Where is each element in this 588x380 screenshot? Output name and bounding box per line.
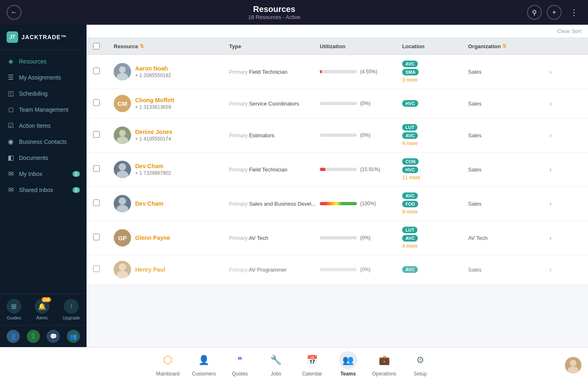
sidebar-item-label: Documents xyxy=(19,155,48,161)
chat-icon[interactable]: 💬 xyxy=(47,330,60,343)
loc-more[interactable]: 3 more xyxy=(402,77,468,83)
row-select-checkbox[interactable] xyxy=(93,165,100,172)
user-avatar[interactable] xyxy=(565,357,581,373)
sidebar-item-action-items[interactable]: ☑ Action Items xyxy=(0,117,87,134)
resource-info: Aaron Noah + 1 2085550182 xyxy=(135,65,171,78)
assignments-icon: ☰ xyxy=(7,73,15,81)
select-all-checkbox[interactable] xyxy=(93,43,100,49)
shared-inbox-icon: ✉ xyxy=(7,186,15,194)
svg-point-13 xyxy=(119,263,126,271)
tab-operations[interactable]: 💼 Operations xyxy=(366,348,403,380)
guides-button[interactable]: ⊞ Guides xyxy=(7,299,21,320)
add-button[interactable]: + xyxy=(547,5,562,20)
sidebar-item-scheduling[interactable]: ◫ Scheduling xyxy=(0,85,87,101)
row-expand-button[interactable]: › xyxy=(549,131,552,140)
avatar-image xyxy=(114,261,131,278)
sidebar-item-label: Team Management xyxy=(19,106,68,113)
tab-label: Operations xyxy=(372,371,396,377)
resource-sort-icon[interactable]: ⇅ xyxy=(140,43,144,49)
alerts-button[interactable]: 🔔 268 Alerts xyxy=(35,299,49,320)
type-cell: Primary Sales and Business Devel... xyxy=(229,201,320,207)
org-sort-icon[interactable]: ⇅ xyxy=(502,43,506,49)
resource-name[interactable]: Henry Paul xyxy=(135,266,165,273)
row-select-checkbox[interactable] xyxy=(93,234,100,240)
sidebar-item-my-inbox[interactable]: ✉ My Inbox β xyxy=(0,166,87,182)
svg-point-7 xyxy=(119,163,126,171)
sidebar-item-business-contacts[interactable]: ◉ Business Contacts xyxy=(0,134,87,150)
row-expand-button[interactable]: › xyxy=(549,99,552,108)
loc-more[interactable]: 4 more xyxy=(402,141,468,146)
sidebar-item-resources[interactable]: ◈ Resources xyxy=(0,53,87,69)
row-select-checkbox[interactable] xyxy=(93,265,100,272)
resource-name[interactable]: Dev Cham xyxy=(135,163,171,169)
row-expand-button[interactable]: › xyxy=(549,68,552,76)
group-icon[interactable]: 👥 xyxy=(67,330,80,343)
row-select-checkbox[interactable] xyxy=(93,68,100,74)
loc-badge: SMA xyxy=(402,69,419,75)
util-cell: (4.55%) xyxy=(320,69,402,75)
util-text: (15.91%) xyxy=(360,167,380,172)
th-utilization: Utilization xyxy=(320,43,402,49)
tab-label: Setup xyxy=(414,371,426,377)
clear-sort-button[interactable]: Clear Sort xyxy=(557,28,581,34)
loc-more[interactable]: 4 more xyxy=(402,243,468,249)
util-bar xyxy=(320,168,357,171)
row-select-checkbox[interactable] xyxy=(93,199,100,206)
row-expand-button[interactable]: › xyxy=(549,199,552,208)
row-select-checkbox[interactable] xyxy=(93,99,100,106)
resource-name[interactable]: Denise Jones xyxy=(135,129,172,135)
chevron-cell: › xyxy=(542,68,559,76)
table-row: GP Glenn Payne Primary AV Tech (0%) xyxy=(87,221,588,255)
org-cell: Sales xyxy=(468,167,542,173)
avatar: CM xyxy=(114,95,131,112)
more-button[interactable]: ⋮ xyxy=(567,5,581,20)
finance-icon[interactable]: 💲 xyxy=(27,330,40,343)
util-fill xyxy=(320,202,357,205)
resource-name[interactable]: Dev Cham xyxy=(135,200,163,207)
tab-customers[interactable]: 👤 Customers xyxy=(186,348,222,380)
back-button[interactable]: ← xyxy=(7,5,21,20)
user-icon[interactable]: 👤 xyxy=(7,330,20,343)
util-bar xyxy=(320,102,357,105)
team-icon: ◻ xyxy=(7,106,15,113)
top-bar: ← Resources 18 Resources - Active ⚲ + ⋮ xyxy=(0,0,588,25)
resource-cell: Dev Cham + 1 7329867902 xyxy=(114,161,229,178)
avatar xyxy=(114,161,131,178)
row-select-checkbox[interactable] xyxy=(93,131,100,138)
org-cell: AV Tech xyxy=(468,235,542,241)
resource-name[interactable]: Glenn Payne xyxy=(135,235,170,241)
sidebar-item-team-management[interactable]: ◻ Team Management xyxy=(0,101,87,117)
jobs-icon: 🔧 xyxy=(267,351,285,369)
sidebar-nav: ◈ Resources ☰ My Assignments ◫ Schedulin… xyxy=(0,50,87,293)
tab-teams[interactable]: 👥 Teams xyxy=(330,348,366,380)
loc-badge: CON xyxy=(402,158,419,165)
sidebar-footer: 👤 💲 💬 👥 xyxy=(0,325,87,347)
row-expand-button[interactable]: › xyxy=(549,165,552,174)
tab-calendar[interactable]: 📅 Calendar xyxy=(294,348,330,380)
sidebar-item-my-assignments[interactable]: ☰ My Assignments xyxy=(0,69,87,85)
resource-name[interactable]: Aaron Noah xyxy=(135,65,171,72)
upgrade-button[interactable]: ↑ Upgrade xyxy=(63,299,80,320)
util-text: (0%) xyxy=(360,132,370,138)
util-cell: (0%) xyxy=(320,235,402,241)
top-bar-left: ← xyxy=(7,5,21,20)
inbox-badge: β xyxy=(73,171,80,177)
resource-name[interactable]: Chong Moffett xyxy=(135,97,174,103)
util-bar xyxy=(320,202,357,205)
loc-badge: HVC xyxy=(402,100,418,107)
tab-jobs[interactable]: 🔧 Jobs xyxy=(258,348,294,380)
svg-point-10 xyxy=(119,197,126,205)
row-expand-button[interactable]: › xyxy=(549,265,552,274)
loc-more[interactable]: 11 more xyxy=(402,175,468,181)
tab-quotes[interactable]: ❝ Quotes xyxy=(222,348,258,380)
search-button[interactable]: ⚲ xyxy=(527,5,542,20)
row-expand-button[interactable]: › xyxy=(549,234,552,242)
chevron-cell: › xyxy=(542,131,559,140)
sidebar-item-documents[interactable]: ◧ Documents xyxy=(0,150,87,166)
sidebar-item-shared-inbox[interactable]: ✉ Shared Inbox β xyxy=(0,182,87,198)
loc-cell: AVC FOD 9 more xyxy=(402,192,468,215)
tab-setup[interactable]: ⚙ Setup xyxy=(402,348,438,380)
tab-mainboard[interactable]: ⬡ Mainboard xyxy=(150,348,186,380)
loc-more[interactable]: 9 more xyxy=(402,209,468,215)
avatar-image xyxy=(114,195,131,212)
